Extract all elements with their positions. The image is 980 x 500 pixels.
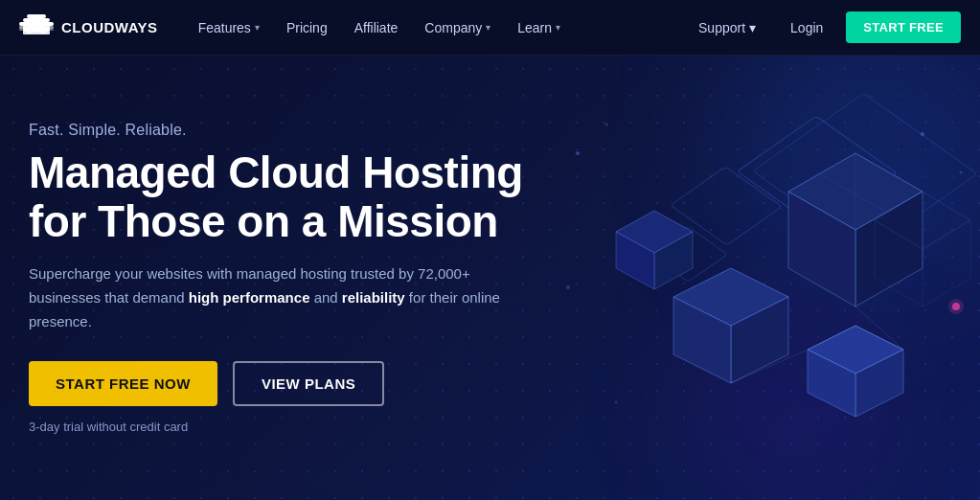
hero-title: Managed Cloud Hosting for Those on a Mis… [29, 148, 527, 245]
iso-cubes-svg [558, 96, 980, 460]
svg-point-10 [605, 124, 608, 126]
svg-point-38 [948, 299, 964, 314]
svg-point-14 [615, 401, 618, 404]
features-chevron-icon: ▾ [255, 22, 260, 33]
svg-line-36 [923, 278, 970, 307]
hero-tagline: Fast. Simple. Reliable. [29, 122, 527, 139]
nav-learn[interactable]: Learn ▾ [506, 12, 572, 43]
logo-icon [19, 14, 54, 41]
hero-desc-part2: and [309, 289, 341, 306]
hero-desc-bold1: high performance [189, 289, 310, 306]
nav-right: Support ▾ Login START FREE [687, 11, 961, 43]
nav-support[interactable]: Support ▾ [687, 12, 767, 43]
hero-description: Supercharge your websites with managed h… [29, 262, 527, 333]
svg-point-12 [960, 171, 963, 174]
svg-point-11 [921, 132, 924, 136]
nav-links: Features ▾ Pricing Affiliate Company ▾ L… [187, 12, 687, 43]
trial-note: 3-day trial without credit card [29, 420, 527, 434]
support-chevron-icon: ▾ [749, 20, 756, 35]
svg-rect-8 [23, 27, 50, 34]
nav-pricing[interactable]: Pricing [275, 12, 339, 43]
hero-buttons: START FREE NOW VIEW PLANS [29, 361, 527, 406]
learn-chevron-icon: ▾ [556, 22, 560, 33]
iso-scene [558, 96, 980, 460]
start-free-now-button[interactable]: START FREE NOW [29, 361, 217, 406]
hero-content: Fast. Simple. Reliable. Managed Cloud Ho… [0, 93, 556, 462]
navbar: CLOUDWAYS Features ▾ Pricing Affiliate C… [0, 0, 980, 56]
brand-name: CLOUDWAYS [61, 19, 158, 35]
nav-affiliate[interactable]: Affiliate [343, 12, 410, 43]
svg-point-9 [576, 151, 580, 155]
hero-section: Fast. Simple. Reliable. Managed Cloud Ho… [0, 56, 980, 500]
nav-login[interactable]: Login [775, 12, 838, 43]
view-plans-button[interactable]: VIEW PLANS [233, 361, 384, 406]
logo[interactable]: CLOUDWAYS [19, 14, 158, 41]
nav-features[interactable]: Features ▾ [187, 12, 271, 43]
svg-point-13 [566, 285, 570, 289]
nav-company[interactable]: Company ▾ [413, 12, 502, 43]
start-free-nav-button[interactable]: START FREE [846, 11, 961, 43]
hero-visual [539, 56, 980, 500]
company-chevron-icon: ▾ [486, 22, 490, 33]
hero-desc-bold2: reliability [342, 289, 405, 306]
